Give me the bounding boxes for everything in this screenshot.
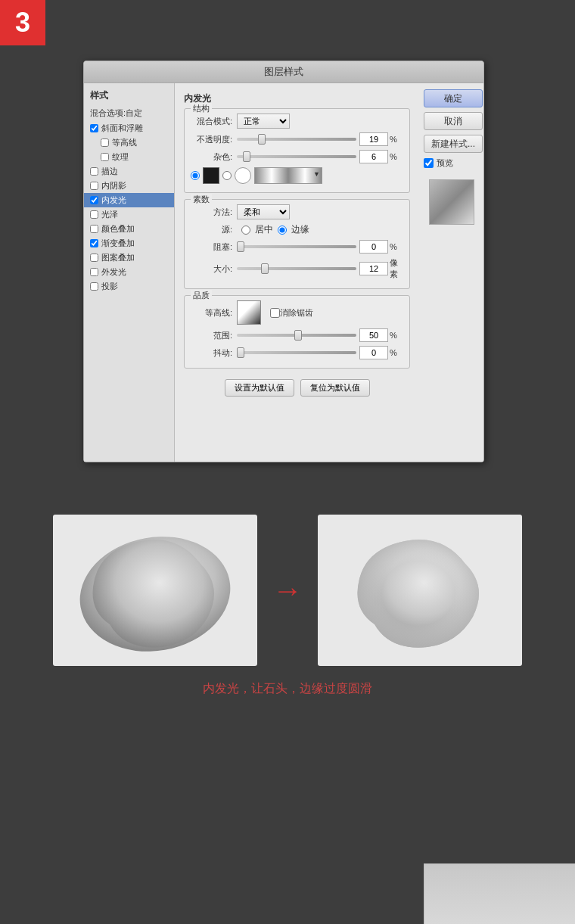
contour-checkbox[interactable] — [101, 138, 109, 147]
elements-group: 素数 方法: 柔和 源: 居中 边缘 — [184, 199, 410, 289]
style-item-drop-shadow[interactable]: 投影 — [84, 279, 174, 294]
noise-input[interactable] — [359, 150, 388, 163]
transparent-radio[interactable] — [222, 171, 232, 180]
style-item-contour[interactable]: 等高线 — [84, 135, 174, 150]
color-swatch-black[interactable] — [203, 167, 219, 184]
center-label: 居中 — [255, 223, 273, 236]
new-style-button[interactable]: 新建样式... — [424, 135, 483, 153]
preview-checkbox[interactable] — [424, 158, 434, 168]
set-default-button[interactable]: 设置为默认值 — [225, 379, 294, 397]
outer-glow-checkbox[interactable] — [90, 268, 98, 276]
contour-label: 等高线: — [191, 307, 232, 319]
range-input[interactable] — [359, 328, 388, 342]
noise-slider[interactable] — [237, 151, 356, 162]
cancel-button[interactable]: 取消 — [424, 112, 483, 130]
style-item-inner-glow[interactable]: 内发光 — [84, 193, 174, 207]
blend-options-label[interactable]: 混合选项:自定 — [84, 105, 174, 121]
comparison-section: → — [0, 515, 575, 697]
size-slider[interactable] — [237, 263, 356, 274]
opacity-row: 不透明度: % — [191, 132, 403, 146]
quality-title: 品质 — [191, 290, 212, 301]
opacity-unit: % — [390, 135, 403, 144]
style-item-gradient-overlay[interactable]: 渐变叠加 — [84, 236, 174, 250]
comparison-images: → — [53, 515, 522, 666]
size-label: 大小: — [191, 263, 232, 275]
main-panel: 内发光 结构 混合模式: 正常 不透明度: — [175, 83, 419, 462]
style-item-inner-shadow[interactable]: 内阴影 — [84, 179, 174, 193]
method-label: 方法: — [191, 207, 232, 218]
edge-radio[interactable] — [278, 226, 287, 235]
range-slider[interactable] — [237, 330, 356, 341]
satin-checkbox[interactable] — [90, 210, 98, 219]
antialias-checkbox[interactable] — [270, 308, 280, 318]
structure-title: 结构 — [191, 103, 212, 114]
comparison-arrow: → — [272, 574, 303, 608]
buttons-panel: 确定 取消 新建样式... 预览 — [419, 83, 483, 462]
style-item-color-overlay[interactable]: 颜色叠加 — [84, 222, 174, 236]
jitter-slider[interactable] — [237, 347, 356, 358]
choke-slider[interactable] — [237, 241, 356, 252]
stone-before-svg — [64, 518, 246, 662]
jitter-label: 抖动: — [191, 347, 232, 359]
gradient-swatch[interactable]: ▼ — [254, 167, 322, 184]
style-item-outer-glow[interactable]: 外发光 — [84, 265, 174, 279]
preview-label: 预览 — [437, 157, 453, 169]
bottom-buttons: 设置为默认值 复位为默认值 — [184, 375, 410, 401]
style-item-stroke[interactable]: 描边 — [84, 164, 174, 179]
size-input[interactable] — [359, 262, 388, 275]
style-item-bevel[interactable]: 斜面和浮雕 — [84, 121, 174, 135]
choke-input[interactable] — [359, 240, 388, 254]
stroke-checkbox[interactable] — [90, 167, 98, 176]
noise-row: 杂色: % — [191, 150, 403, 163]
color-swatch-white[interactable] — [235, 167, 251, 184]
jitter-row: 抖动: % — [191, 346, 403, 359]
style-item-satin[interactable]: 光泽 — [84, 207, 174, 222]
drop-shadow-checkbox[interactable] — [90, 282, 98, 291]
layer-style-dialog: 图层样式 样式 混合选项:自定 斜面和浮雕 等高线 纹理 — [83, 61, 484, 462]
color-overlay-checkbox[interactable] — [90, 225, 98, 233]
stone-before — [53, 515, 257, 666]
caption: 内发光，让石头，边缘过度圆滑 — [203, 681, 372, 697]
style-item-pattern-overlay[interactable]: 图案叠加 — [84, 250, 174, 265]
preview-box — [429, 179, 474, 225]
inner-glow-title: 内发光 — [184, 92, 410, 105]
noise-unit: % — [390, 152, 403, 161]
style-item-texture[interactable]: 纹理 — [84, 150, 174, 164]
texture-checkbox[interactable] — [101, 153, 109, 161]
method-row: 方法: 柔和 — [191, 204, 403, 219]
choke-label: 阻塞: — [191, 241, 232, 253]
elements-title: 素数 — [191, 194, 212, 205]
ok-button[interactable]: 确定 — [424, 89, 483, 107]
step-number: 3 — [0, 0, 45, 45]
reset-default-button[interactable]: 复位为默认值 — [300, 379, 370, 397]
range-label: 范围: — [191, 330, 232, 341]
styles-header: 样式 — [84, 86, 174, 105]
jitter-input[interactable] — [359, 346, 388, 359]
blend-mode-row: 混合模式: 正常 — [191, 114, 403, 129]
noise-label: 杂色: — [191, 151, 232, 163]
source-row: 源: 居中 边缘 — [191, 223, 403, 236]
contour-row: 等高线: 消除锯齿 — [191, 300, 403, 325]
bottom-partial-image — [424, 863, 575, 924]
choke-unit: % — [390, 242, 403, 251]
center-radio[interactable] — [241, 226, 250, 235]
color-row: ▼ — [191, 167, 403, 184]
source-label: 源: — [191, 224, 232, 235]
method-select[interactable]: 柔和 — [237, 204, 290, 219]
gradient-overlay-checkbox[interactable] — [90, 239, 98, 247]
opacity-input[interactable] — [359, 132, 388, 146]
dialog-title: 图层样式 — [84, 61, 483, 83]
inner-shadow-checkbox[interactable] — [90, 182, 98, 190]
contour-preview[interactable] — [237, 300, 261, 325]
bevel-checkbox[interactable] — [90, 124, 98, 132]
stone-after — [318, 515, 522, 666]
size-row: 大小: 像素 — [191, 257, 403, 280]
opacity-slider[interactable] — [237, 134, 356, 145]
antialias-label: 消除锯齿 — [280, 307, 313, 319]
blend-mode-select[interactable]: 正常 — [237, 114, 290, 129]
styles-panel: 样式 混合选项:自定 斜面和浮雕 等高线 纹理 描边 — [84, 83, 175, 462]
size-unit: 像素 — [390, 257, 403, 280]
color-radio[interactable] — [191, 171, 200, 180]
inner-glow-checkbox[interactable] — [90, 196, 98, 204]
pattern-overlay-checkbox[interactable] — [90, 254, 98, 262]
